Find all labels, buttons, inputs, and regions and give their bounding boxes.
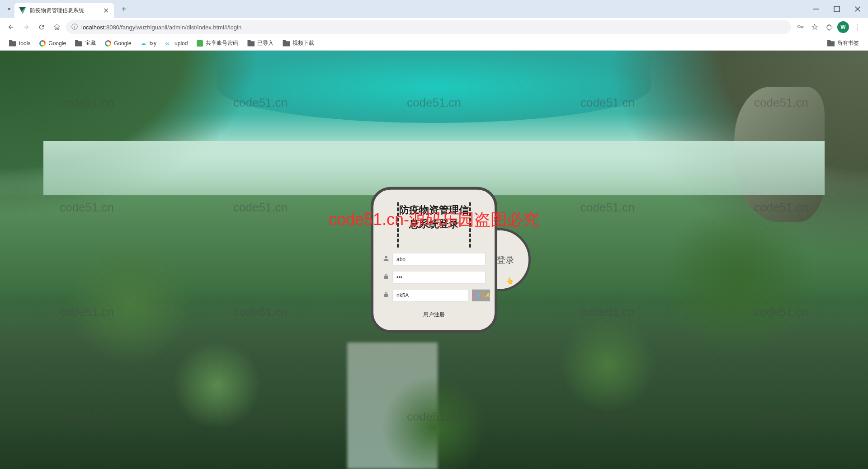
vue-favicon-icon — [19, 7, 26, 14]
bookmark-video-dl[interactable]: 视频下载 — [279, 38, 318, 49]
bookmark-google-1[interactable]: Google — [36, 38, 70, 48]
site-info-icon[interactable]: ⓘ — [71, 23, 78, 31]
browser-tab[interactable]: 防疫物资管理信息系统 ✕ — [14, 3, 114, 18]
dots-vertical-icon — [854, 23, 861, 31]
bookmarks-bar: tools Google 宝藏 Google ☁txy ∞uplod 共享账号密… — [0, 36, 868, 51]
url-input[interactable]: ⓘ localhost:8080/fangyiwuzhiguanli/admin… — [66, 20, 791, 34]
password-key-icon[interactable] — [794, 21, 807, 33]
register-link[interactable]: 用户注册 — [382, 310, 486, 318]
bookmark-google-2[interactable]: Google — [101, 38, 135, 48]
lock-icon — [382, 291, 389, 300]
minimize-button[interactable] — [806, 0, 826, 18]
link-icon: ∞ — [165, 40, 172, 47]
lock-icon — [382, 273, 389, 281]
password-input[interactable] — [392, 271, 486, 283]
folder-icon — [247, 40, 255, 47]
cloud-icon: ☁ — [141, 40, 147, 47]
chrome-menu-button[interactable] — [851, 21, 863, 33]
extensions-button[interactable] — [823, 21, 835, 33]
all-bookmarks-button[interactable]: 所有书签 — [824, 38, 863, 49]
login-card: 登录 👆 防疫物资管理信息系统登录 — [371, 187, 497, 333]
reload-icon — [38, 23, 45, 31]
star-icon — [811, 23, 818, 31]
square-icon — [197, 40, 203, 47]
svg-point-4 — [857, 29, 858, 30]
folder-icon — [283, 40, 290, 47]
back-button[interactable] — [5, 21, 17, 33]
home-button[interactable] — [51, 21, 63, 33]
bookmark-txy[interactable]: ☁txy — [137, 38, 160, 48]
tab-bar: 防疫物资管理信息系统 ✕ + — [0, 0, 868, 18]
bookmark-uplod[interactable]: ∞uplod — [162, 38, 191, 48]
tab-title: 防疫物资管理信息系统 — [30, 7, 99, 14]
close-icon — [854, 5, 861, 13]
url-text: localhost:8080/fangyiwuzhiguanli/admin/d… — [81, 24, 241, 31]
login-button-label: 登录 — [496, 254, 514, 266]
bookmark-shared-pwd[interactable]: 共享账号密码 — [193, 38, 242, 49]
folder-icon — [9, 40, 16, 47]
arrow-left-icon — [7, 23, 14, 31]
bookmark-tools[interactable]: tools — [5, 38, 34, 48]
decoration-dash-left — [397, 202, 399, 248]
chevron-down-icon — [5, 5, 13, 13]
minimize-icon — [812, 5, 820, 13]
address-bar: ⓘ localhost:8080/fangyiwuzhiguanli/admin… — [0, 18, 868, 36]
bookmark-baocang[interactable]: 宝藏 — [71, 38, 99, 49]
google-icon — [39, 40, 46, 47]
google-icon — [105, 40, 111, 47]
svg-point-2 — [857, 24, 858, 25]
profile-avatar-button[interactable]: W — [837, 21, 849, 33]
captcha-input[interactable] — [392, 289, 468, 301]
close-window-button[interactable] — [847, 0, 868, 18]
tab-close-button[interactable]: ✕ — [102, 7, 109, 14]
svg-point-3 — [857, 27, 858, 28]
user-icon — [382, 255, 389, 263]
maximize-icon — [833, 5, 840, 13]
reload-button[interactable] — [35, 21, 48, 33]
username-input[interactable] — [392, 253, 486, 265]
puzzle-icon — [826, 23, 833, 31]
home-icon — [53, 23, 61, 31]
maximize-button[interactable] — [826, 0, 847, 18]
page-content: code51.cncode51.cncode51.cncode51.cncode… — [0, 51, 868, 469]
new-tab-button[interactable]: + — [118, 3, 130, 15]
arrow-right-icon — [23, 23, 30, 31]
bookmark-imported[interactable]: 已导入 — [244, 38, 277, 49]
folder-icon — [75, 40, 82, 47]
bookmark-star-button[interactable] — [808, 21, 821, 33]
decoration-dash-right — [469, 202, 471, 248]
forward-button[interactable] — [20, 21, 33, 33]
svg-rect-1 — [834, 6, 840, 12]
folder-icon — [827, 40, 835, 47]
captcha-image[interactable]: n K 5 A — [472, 289, 490, 301]
tab-search-dropdown[interactable] — [4, 4, 14, 14]
svg-rect-0 — [813, 9, 819, 9]
